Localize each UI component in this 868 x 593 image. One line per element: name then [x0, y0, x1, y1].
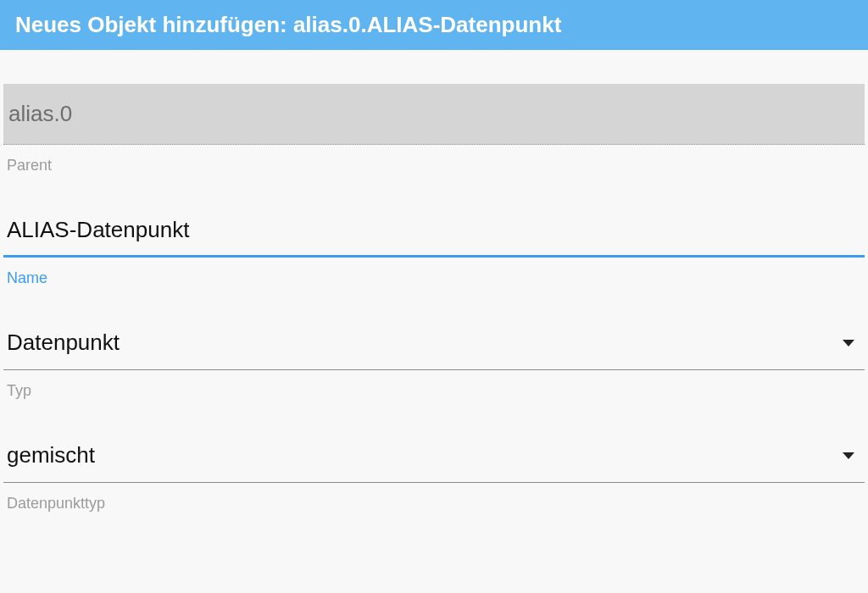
type-label: Typ	[3, 382, 865, 400]
field-datapoint-type: gemischt Datenpunkttyp	[0, 434, 868, 513]
type-select-value: Datenpunkt	[7, 330, 120, 356]
field-name: Name	[0, 208, 868, 287]
dialog-title: Neues Objekt hinzufügen: alias.0.ALIAS-D…	[0, 0, 868, 50]
chevron-down-icon	[843, 340, 854, 346]
name-label: Name	[3, 269, 865, 287]
datapoint-type-label: Datenpunkttyp	[3, 495, 865, 513]
parent-label: Parent	[3, 157, 865, 175]
type-select[interactable]: Datenpunkt	[3, 321, 865, 370]
datapoint-type-select-value: gemischt	[7, 442, 95, 468]
chevron-down-icon	[843, 452, 854, 459]
form-body: Parent Name Datenpunkt Typ gemischt Date…	[0, 84, 868, 513]
name-input[interactable]	[3, 208, 865, 258]
field-parent: Parent	[0, 84, 868, 175]
datapoint-type-select[interactable]: gemischt	[3, 434, 865, 483]
field-type: Datenpunkt Typ	[0, 321, 868, 400]
parent-input	[3, 84, 865, 145]
